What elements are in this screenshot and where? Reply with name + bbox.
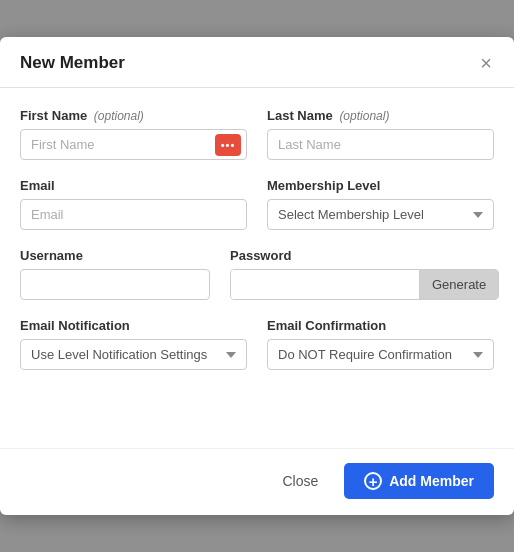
password-label: Password bbox=[230, 248, 499, 263]
dots-icon: ••• bbox=[221, 139, 236, 151]
generate-button[interactable]: Generate bbox=[419, 270, 498, 299]
membership-level-label: Membership Level bbox=[267, 178, 494, 193]
email-group: Email bbox=[20, 178, 247, 230]
username-label: Username bbox=[20, 248, 210, 263]
modal-overlay: New Member × First Name (optional) ••• bbox=[0, 0, 514, 552]
last-name-input[interactable] bbox=[267, 129, 494, 160]
email-notification-group: Email Notification Use Level Notificatio… bbox=[20, 318, 247, 370]
spacer bbox=[20, 388, 494, 428]
last-name-label: Last Name (optional) bbox=[267, 108, 494, 123]
first-name-group: First Name (optional) ••• bbox=[20, 108, 247, 160]
username-password-row: Username Password Generate bbox=[20, 248, 494, 300]
email-notification-label: Email Notification bbox=[20, 318, 247, 333]
email-label: Email bbox=[20, 178, 247, 193]
name-row: First Name (optional) ••• Last Name (opt… bbox=[20, 108, 494, 160]
email-membership-row: Email Membership Level Select Membership… bbox=[20, 178, 494, 230]
first-name-label: First Name (optional) bbox=[20, 108, 247, 123]
first-name-input[interactable] bbox=[20, 129, 247, 160]
username-input[interactable] bbox=[20, 269, 210, 300]
email-confirmation-select[interactable]: Do NOT Require Confirmation bbox=[267, 339, 494, 370]
username-group: Username bbox=[20, 248, 210, 300]
first-name-input-wrap: ••• bbox=[20, 129, 247, 160]
password-group: Password Generate bbox=[230, 248, 499, 300]
add-member-label: Add Member bbox=[389, 473, 474, 489]
modal-title: New Member bbox=[20, 53, 125, 73]
last-name-group: Last Name (optional) bbox=[267, 108, 494, 160]
notification-confirmation-row: Email Notification Use Level Notificatio… bbox=[20, 318, 494, 370]
email-confirmation-group: Email Confirmation Do NOT Require Confir… bbox=[267, 318, 494, 370]
email-confirmation-label: Email Confirmation bbox=[267, 318, 494, 333]
close-button[interactable]: Close bbox=[268, 465, 332, 497]
plus-circle-icon: + bbox=[364, 472, 382, 490]
password-input-wrap: Generate bbox=[230, 269, 499, 300]
first-name-optional: (optional) bbox=[94, 109, 144, 123]
new-member-modal: New Member × First Name (optional) ••• bbox=[0, 37, 514, 515]
email-input[interactable] bbox=[20, 199, 247, 230]
password-input[interactable] bbox=[231, 270, 419, 299]
membership-level-select[interactable]: Select Membership Level bbox=[267, 199, 494, 230]
add-member-button[interactable]: + Add Member bbox=[344, 463, 494, 499]
modal-close-button[interactable]: × bbox=[478, 53, 494, 73]
modal-footer: Close + Add Member bbox=[0, 448, 514, 515]
modal-header: New Member × bbox=[0, 37, 514, 88]
modal-body: First Name (optional) ••• Last Name (opt… bbox=[0, 88, 514, 438]
first-name-icon-button[interactable]: ••• bbox=[215, 134, 241, 156]
membership-level-group: Membership Level Select Membership Level bbox=[267, 178, 494, 230]
last-name-optional: (optional) bbox=[339, 109, 389, 123]
email-notification-select[interactable]: Use Level Notification Settings bbox=[20, 339, 247, 370]
